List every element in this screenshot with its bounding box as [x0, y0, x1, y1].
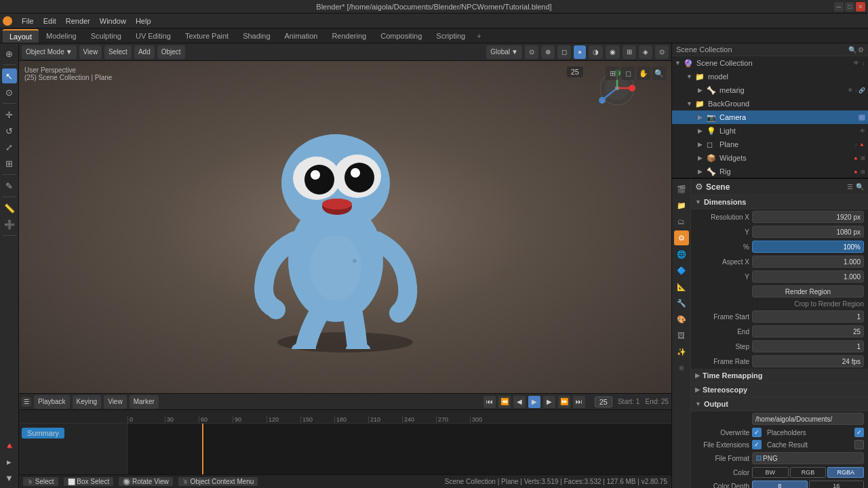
- add-menu-button[interactable]: Add: [134, 45, 155, 59]
- rotate-tool-button[interactable]: ↺: [2, 123, 17, 138]
- rotate-view-status-button[interactable]: 🔘 Rotate View: [119, 477, 173, 486]
- minimize-button[interactable]: ─: [834, 2, 844, 12]
- prev-keyframe-button[interactable]: ◀: [513, 396, 526, 408]
- asp-y-value[interactable]: 1.000: [752, 270, 864, 283]
- play-button[interactable]: ▶: [528, 396, 540, 408]
- material-props-button[interactable]: 🎨: [674, 312, 689, 327]
- viewport-icon4[interactable]: 🔍: [652, 66, 666, 80]
- track-content[interactable]: [127, 424, 671, 474]
- object-menu-button[interactable]: Object: [157, 45, 185, 59]
- color-rgb-button[interactable]: RGB: [790, 467, 827, 478]
- tree-scene-collection[interactable]: ▼ 🔮 Scene Collection 👁 ↓: [672, 56, 868, 70]
- overlays-button[interactable]: ⊞: [623, 45, 636, 59]
- object-mode-button[interactable]: Object Mode ▼: [22, 45, 77, 59]
- rendered-button[interactable]: ◉: [606, 45, 620, 59]
- move-tool-button[interactable]: ✛: [2, 107, 17, 122]
- material-preview-button[interactable]: ◑: [589, 45, 603, 59]
- close-button[interactable]: ✕: [856, 2, 865, 12]
- frame-end-value[interactable]: 25: [752, 325, 864, 338]
- menu-window[interactable]: Window: [96, 16, 130, 26]
- xray-button[interactable]: ◈: [639, 45, 652, 59]
- tree-plane[interactable]: ▶ ◻ Plane ↓🔺: [672, 138, 868, 151]
- res-x-value[interactable]: 1920 px: [752, 211, 864, 223]
- time-remapping-section-title[interactable]: ▶ Time Remapping: [691, 369, 868, 383]
- playhead[interactable]: [202, 424, 203, 474]
- render-props-button[interactable]: 🎬: [674, 182, 689, 197]
- proportional-button[interactable]: ⊕: [541, 45, 555, 59]
- frame-start-value[interactable]: 1: [752, 310, 864, 323]
- res-pct-value[interactable]: 100%: [752, 241, 864, 253]
- toolbar-icon-left1[interactable]: ⊕: [2, 46, 17, 61]
- box-select-status-button[interactable]: ⬜ Box Select: [64, 477, 114, 486]
- dimensions-section-title[interactable]: ▼ Dimensions: [691, 195, 868, 209]
- snap-button[interactable]: ⊙: [525, 45, 538, 59]
- select-status-button[interactable]: 🖱 Select: [23, 477, 58, 486]
- props-menu-button[interactable]: ☰: [847, 183, 853, 190]
- extra-tool3-button[interactable]: ▼: [2, 470, 17, 485]
- tree-model[interactable]: ▼ 📁 model: [672, 70, 868, 83]
- select-tool-button[interactable]: ↖: [2, 68, 17, 83]
- timeline-menu-icon[interactable]: ☰: [22, 397, 31, 407]
- output-section-title[interactable]: ▼ Output: [691, 397, 868, 411]
- wireframe-button[interactable]: ◻: [557, 45, 571, 59]
- measure-tool-button[interactable]: 📏: [2, 201, 17, 216]
- timeline-tracks[interactable]: Summary: [19, 424, 671, 474]
- tab-rendering[interactable]: Rendering: [325, 29, 373, 43]
- jump-start-button[interactable]: ⏮: [484, 396, 496, 408]
- color-rgba-button[interactable]: RGBA: [827, 467, 864, 478]
- outliner-settings-button[interactable]: ⚙: [858, 46, 864, 54]
- global-transform-button[interactable]: Global ▼: [486, 45, 522, 59]
- tab-shading[interactable]: Shading: [236, 29, 277, 43]
- next-frame-button[interactable]: ⏩: [558, 396, 570, 408]
- next-keyframe-button[interactable]: ▶: [543, 396, 555, 408]
- extra-tool2-button[interactable]: ▸: [2, 454, 17, 469]
- tab-animation[interactable]: Animation: [278, 29, 325, 43]
- texture-props-button[interactable]: 🖼: [674, 328, 689, 343]
- prev-frame-button[interactable]: ⏪: [498, 396, 511, 408]
- select-menu-button[interactable]: Select: [104, 45, 132, 59]
- frame-rate-value[interactable]: 24 fps: [752, 355, 864, 367]
- output-props-button[interactable]: 📁: [674, 198, 689, 213]
- tree-rig[interactable]: ▶ 🦴 Rig 🔺⊞: [672, 165, 868, 178]
- scene-props-button[interactable]: ⚙: [674, 230, 689, 245]
- color-depth-16-button[interactable]: 16: [809, 481, 865, 488]
- world-props-button[interactable]: 🌐: [674, 247, 689, 262]
- scale-tool-button[interactable]: ⤢: [2, 140, 17, 155]
- blender-logo-icon[interactable]: [3, 16, 12, 26]
- summary-track-label[interactable]: Summary: [22, 428, 64, 439]
- current-frame-display[interactable]: 25: [595, 396, 612, 407]
- menu-render[interactable]: Render: [62, 16, 94, 26]
- viewport-icon3[interactable]: ✋: [637, 66, 650, 80]
- tab-texture-paint[interactable]: Texture Paint: [178, 29, 235, 43]
- maximize-button[interactable]: □: [845, 2, 854, 12]
- viewport-icon1[interactable]: ⊞: [606, 66, 619, 80]
- viewport-icon2[interactable]: ◻: [621, 66, 635, 80]
- object-props-button[interactable]: 🔷: [674, 263, 689, 278]
- tab-layout[interactable]: Layout: [3, 29, 39, 43]
- view-menu-button[interactable]: View: [79, 45, 102, 59]
- view-layer-props-button[interactable]: 🗂: [674, 214, 689, 229]
- menu-help[interactable]: Help: [132, 16, 155, 26]
- file-extensions-checkbox[interactable]: ✓: [752, 440, 762, 449]
- tab-scripting[interactable]: Scripting: [429, 29, 472, 43]
- menu-edit[interactable]: Edit: [39, 16, 60, 26]
- props-search-button[interactable]: 🔍: [856, 183, 864, 190]
- file-format-value[interactable]: 🖼 PNG: [752, 452, 864, 464]
- add-workspace-button[interactable]: +: [473, 30, 485, 41]
- tree-light[interactable]: ▶ 💡 Light 👁: [672, 124, 868, 138]
- tab-uv-editing[interactable]: UV Editing: [129, 29, 178, 43]
- tree-metarig[interactable]: ▶ 🦴 metarig 👁↓🔗: [672, 83, 868, 97]
- timeline-ruler[interactable]: 0 30 60 90 120 150 180 210 240 270 300: [19, 410, 671, 424]
- tab-compositing[interactable]: Compositing: [374, 29, 429, 43]
- color-depth-8-button[interactable]: 8: [752, 481, 808, 488]
- color-bw-button[interactable]: BW: [752, 467, 789, 478]
- frame-step-value[interactable]: 1: [752, 340, 864, 352]
- tree-background[interactable]: ▼ 📁 BackGround: [672, 97, 868, 110]
- overwrite-checkbox[interactable]: ✓: [752, 428, 762, 437]
- placeholders-checkbox[interactable]: ✓: [854, 428, 864, 437]
- cache-result-checkbox[interactable]: [854, 440, 864, 449]
- context-menu-status-button[interactable]: 🖱 Object Context Menu: [178, 477, 258, 486]
- keying-menu-button[interactable]: Keying: [73, 395, 102, 409]
- physics-props-button[interactable]: ⚛: [674, 361, 689, 375]
- stereoscopy-section-title[interactable]: ▶ Stereoscopy: [691, 383, 868, 397]
